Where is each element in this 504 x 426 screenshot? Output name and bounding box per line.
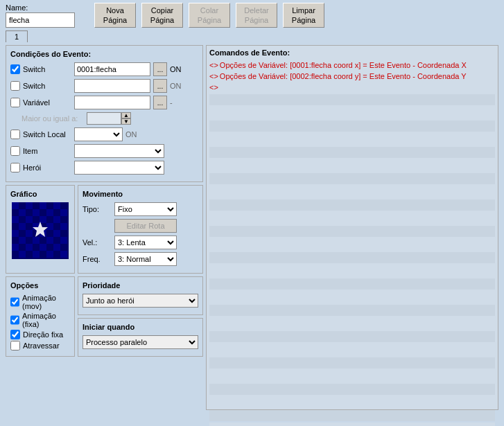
svg-rect-15 [46, 223, 53, 230]
vel-label: Vel.: [82, 238, 110, 247]
spinner-buttons: ▲ ▼ [121, 112, 131, 125]
stripe-7 [209, 252, 495, 263]
colar-pagina-button[interactable]: ColarPágina [189, 3, 230, 28]
spinner-down-button[interactable]: ▼ [121, 118, 131, 125]
prioridade-select[interactable]: Junto ao herói [82, 294, 198, 308]
switch2-checkbox[interactable] [10, 81, 20, 91]
anim-fixa-label: Animação (fixa) [22, 312, 70, 328]
switch1-dots-button[interactable]: ... [153, 62, 167, 76]
variavel-input[interactable] [74, 96, 150, 109]
opcoes-section: Opções Animação (mov) Animação (fixa) Di… [6, 276, 75, 357]
main-content: Condições do Evento: Switch ... ON Switc… [0, 42, 504, 413]
switch-local-select[interactable] [74, 127, 123, 141]
anim-mov-checkbox[interactable] [10, 297, 19, 307]
command-arrow-1: <> [209, 61, 218, 69]
svg-rect-17 [12, 230, 19, 237]
svg-rect-11 [40, 216, 46, 223]
maior-row: Maior ou igual a: ▲ ▼ [10, 112, 198, 125]
variavel-row: Variável ... - [10, 96, 198, 109]
svg-rect-23 [46, 237, 53, 244]
anim-fixa-checkbox[interactable] [10, 315, 19, 325]
variavel-dots-button[interactable]: ... [153, 96, 167, 109]
switch2-input[interactable] [74, 79, 150, 93]
item-select[interactable] [74, 144, 164, 158]
command-text-2: Opções de Variável: [0002:flecha coord y… [220, 72, 467, 80]
grafico-image[interactable] [12, 202, 69, 259]
tab-1[interactable]: 1 [6, 30, 28, 42]
name-input[interactable] [6, 12, 75, 28]
svg-rect-13 [19, 223, 26, 230]
svg-rect-30 [33, 251, 40, 258]
editar-rota-button[interactable]: Editar Rota [114, 219, 177, 233]
nova-pagina-button[interactable]: NovaPágina [94, 3, 136, 28]
opcoes-title: Opções [10, 281, 70, 290]
stripe-9 [209, 305, 495, 316]
switch-local-checkbox[interactable] [10, 130, 20, 139]
empty-9 [209, 317, 495, 330]
empty-7 [209, 265, 495, 277]
command-item-2[interactable]: <> Opções de Variável: [0002:flecha coor… [209, 72, 495, 80]
spinner-up-button[interactable]: ▲ [121, 112, 131, 118]
svg-rect-21 [19, 237, 26, 244]
empty-10 [209, 344, 495, 356]
svg-rect-1 [12, 202, 19, 209]
vel-select[interactable]: 3: Lenta [114, 236, 177, 249]
spinner: ▲ ▼ [87, 112, 131, 125]
svg-rect-24 [60, 237, 67, 244]
heroi-select[interactable] [74, 161, 164, 175]
item-checkbox[interactable] [10, 146, 20, 156]
svg-rect-27 [40, 244, 46, 251]
freq-select[interactable]: 3: Normal [114, 252, 177, 266]
svg-rect-28 [53, 244, 60, 251]
empty-13 [209, 423, 495, 426]
stripe-13 [209, 410, 495, 421]
copiar-pagina-button[interactable]: CopiarPágina [141, 3, 183, 28]
switch1-input[interactable] [74, 62, 150, 76]
limpar-pagina-button[interactable]: LimparPágina [283, 3, 324, 28]
grafico-title: Gráfico [10, 190, 70, 198]
empty-2 [209, 133, 495, 145]
switch2-dots-button[interactable]: ... [153, 79, 167, 93]
heroi-row: Herói [10, 161, 198, 175]
stripe-10 [209, 331, 495, 342]
switch1-label: Switch [23, 65, 71, 73]
heroi-label: Herói [23, 163, 71, 172]
switch1-checkbox[interactable] [10, 64, 20, 74]
bottom-sections: Gráfico [6, 185, 203, 274]
empty-5 [209, 212, 495, 224]
command-item-1[interactable]: <> Opções de Variável: [0001:flecha coor… [209, 61, 495, 69]
iniciar-select[interactable]: Processo paralelo [82, 335, 198, 349]
svg-rect-2 [26, 202, 33, 209]
grafico-section: Gráfico [6, 185, 75, 274]
stripe-5 [209, 199, 495, 211]
command-text-1: Opções de Variável: [0001:flecha coord x… [220, 61, 467, 69]
variavel-checkbox[interactable] [10, 98, 20, 107]
stripe-4 [209, 173, 495, 184]
tipo-select[interactable]: Fixo [114, 202, 177, 216]
svg-rect-12 [53, 216, 60, 223]
stripe-12 [209, 384, 495, 395]
empty-rows [209, 94, 495, 426]
prioridade-title: Prioridade [82, 281, 198, 290]
stripe-11 [209, 357, 495, 369]
deletar-pagina-button[interactable]: DeletarPágina [236, 3, 277, 28]
svg-rect-6 [33, 209, 40, 216]
spinner-input[interactable] [87, 112, 121, 125]
direcao-fixa-label: Direção fixa [23, 330, 63, 339]
atravessar-label: Atravessar [23, 341, 60, 350]
switch2-row: Switch ... ON [10, 79, 198, 93]
svg-rect-22 [33, 237, 40, 244]
vel-row: Vel.: 3: Lenta [82, 236, 198, 249]
freq-label: Freq. [82, 255, 110, 263]
svg-rect-16 [60, 223, 67, 230]
iniciar-title: Iniciar quando [82, 323, 198, 331]
svg-rect-7 [46, 209, 53, 216]
heroi-checkbox[interactable] [10, 163, 20, 172]
direcao-fixa-checkbox[interactable] [10, 330, 20, 339]
command-arrow-3: <> [209, 83, 218, 91]
svg-rect-10 [26, 216, 33, 223]
atravessar-checkbox[interactable] [10, 341, 20, 350]
tipo-label: Tipo: [82, 205, 110, 213]
command-item-3[interactable]: <> [209, 83, 495, 91]
empty-4 [209, 186, 495, 198]
